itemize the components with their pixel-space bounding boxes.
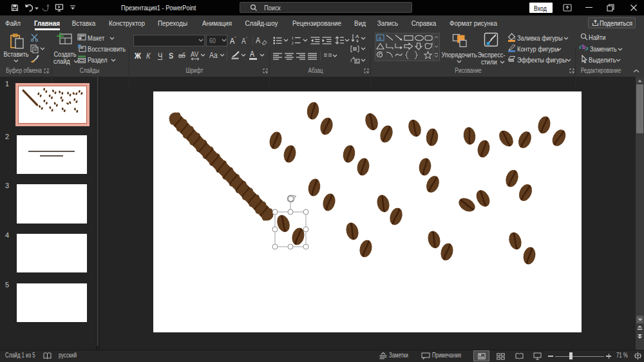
svg-text:2: 2 [292, 41, 294, 44]
svg-text:А: А [355, 33, 359, 39]
svg-text:1: 1 [292, 36, 294, 40]
svg-text:A: A [378, 35, 382, 41]
svg-text:b: b [582, 44, 586, 50]
